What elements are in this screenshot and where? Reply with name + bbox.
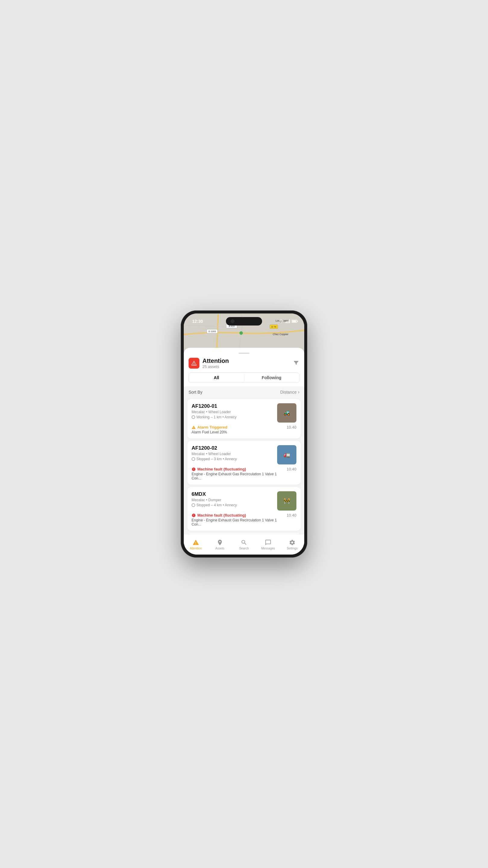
nav-attention[interactable]: Attention xyxy=(184,539,208,550)
sort-row[interactable]: Sort By Distance › xyxy=(184,386,304,398)
card-alert-row-3: Machine fault (fluctuating) Engine - Eng… xyxy=(192,513,296,527)
phone-frame: 12:30 xyxy=(181,310,307,558)
asset-count: 25 assets xyxy=(202,364,229,369)
asset-card-3[interactable]: 6MDX Mecalac • Dumper Stopped – 4 km • A… xyxy=(187,487,301,531)
nav-attention-label: Attention xyxy=(190,547,201,550)
svg-point-8 xyxy=(239,331,243,335)
card-alert-left-2: Machine fault (fluctuating) Engine - Eng… xyxy=(192,467,284,480)
assets-nav-icon xyxy=(217,539,223,546)
alert-time-3: 10.40 xyxy=(287,513,296,518)
status-time: 12:30 xyxy=(192,319,203,324)
card-brand-3: Mecalac • Dumper xyxy=(192,498,273,502)
card-info-1: AF1200-01 Mecalac • Wheel Loader Working… xyxy=(192,403,273,419)
svg-rect-2 xyxy=(288,320,289,323)
alert-time-2: 10.40 xyxy=(287,467,296,471)
nav-assets-label: Assets xyxy=(216,547,224,550)
card-thumb-3: 🚧 xyxy=(277,491,296,510)
svg-rect-5 xyxy=(297,321,298,322)
status-dot-3 xyxy=(192,503,195,507)
thumb-image-2: 🚛 xyxy=(281,449,293,461)
sheet-title-left: Attention 25 assets xyxy=(189,358,229,369)
card-thumb-2: 🚛 xyxy=(277,445,296,464)
phone-screen: 12:30 xyxy=(184,313,304,555)
card-info-3: 6MDX Mecalac • Dumper Stopped – 4 km • A… xyxy=(192,491,273,507)
battery-icon xyxy=(292,319,298,323)
alert-icon-box xyxy=(189,358,199,369)
thumb-image-3: 🚧 xyxy=(281,495,293,507)
svg-rect-1 xyxy=(287,321,288,323)
fault-icon-2 xyxy=(192,467,196,471)
cards-list: AF1200-01 Mecalac • Wheel Loader Working… xyxy=(184,398,304,534)
warning-icon-1 xyxy=(192,425,196,430)
sort-value-text: Distance xyxy=(280,390,296,395)
camera-lens xyxy=(231,319,234,323)
svg-text:Chez Coppier: Chez Coppier xyxy=(272,333,289,336)
card-top-2: AF1200-02 Mecalac • Wheel Loader Stopped… xyxy=(192,445,296,464)
svg-rect-6 xyxy=(292,321,296,322)
search-nav-icon xyxy=(241,539,247,546)
asset-card-2[interactable]: AF1200-02 Mecalac • Wheel Loader Stopped… xyxy=(187,441,301,485)
nav-search[interactable]: Search xyxy=(232,539,256,550)
nav-settings[interactable]: Settings xyxy=(280,539,304,550)
nav-search-label: Search xyxy=(239,547,249,550)
status-dot-2 xyxy=(192,457,195,461)
thumb-image-1: 🚜 xyxy=(281,407,293,419)
card-status-1: Working – 1 km • Annecy xyxy=(192,415,273,419)
content-sheet: Attention 25 assets All Following xyxy=(184,348,304,555)
card-top-1: AF1200-01 Mecalac • Wheel Loader Working… xyxy=(192,403,296,423)
tabs-row: All Following xyxy=(189,373,299,383)
attention-nav-icon xyxy=(193,539,199,546)
card-alert-row-2: Machine fault (fluctuating) Engine - Eng… xyxy=(192,467,296,480)
alert-desc-3: Engine - Engine Exhaust Gas Recirculatio… xyxy=(192,518,284,527)
card-name-2: AF1200-02 xyxy=(192,445,273,451)
settings-nav-icon xyxy=(289,539,295,546)
alert-warning-icon xyxy=(191,360,197,366)
sheet-drag-handle xyxy=(238,352,250,354)
card-thumb-1: 🚜 xyxy=(277,403,296,423)
svg-text:🚧: 🚧 xyxy=(284,498,290,504)
fault-icon-3 xyxy=(192,513,196,518)
svg-text:D 1203: D 1203 xyxy=(208,330,216,333)
alert-type-2: Machine fault (fluctuating) xyxy=(192,467,284,471)
svg-rect-0 xyxy=(286,322,287,323)
alert-desc-1: Alarm Fuel Level 20% xyxy=(192,430,284,434)
sheet-title-row: Attention 25 assets xyxy=(189,358,299,369)
asset-card-1[interactable]: AF1200-01 Mecalac • Wheel Loader Working… xyxy=(187,399,301,438)
filter-button[interactable] xyxy=(293,359,299,367)
tab-following[interactable]: Following xyxy=(244,373,299,382)
sort-label: Sort By xyxy=(189,390,202,395)
card-status-2: Stopped – 3 km • Annecy xyxy=(192,457,273,461)
nav-assets[interactable]: Assets xyxy=(208,539,232,550)
nav-settings-label: Settings xyxy=(287,547,298,550)
nav-messages-label: Messages xyxy=(261,547,275,550)
card-brand-2: Mecalac • Wheel Loader xyxy=(192,452,273,456)
svg-text:🚜: 🚜 xyxy=(284,410,290,416)
card-brand-1: Mecalac • Wheel Loader xyxy=(192,410,273,414)
status-dot-1 xyxy=(192,415,195,419)
status-icons xyxy=(279,319,298,323)
signal-icon xyxy=(285,319,290,323)
card-name-1: AF1200-01 xyxy=(192,403,273,409)
svg-text:🚛: 🚛 xyxy=(284,452,290,458)
card-alert-left-3: Machine fault (fluctuating) Engine - Eng… xyxy=(192,513,284,527)
camera-notch xyxy=(226,317,262,326)
sort-value: Distance › xyxy=(280,390,299,395)
card-alert-row-1: Alarm Triggered Alarm Fuel Level 20% 10.… xyxy=(192,425,296,434)
card-status-3: Stopped – 4 km • Annecy xyxy=(192,503,273,507)
card-top-3: 6MDX Mecalac • Dumper Stopped – 4 km • A… xyxy=(192,491,296,510)
nav-messages[interactable]: Messages xyxy=(256,539,280,550)
alert-type-3: Machine fault (fluctuating) xyxy=(192,513,284,518)
sheet-title-text: Attention 25 assets xyxy=(202,358,229,369)
alert-type-1: Alarm Triggered xyxy=(192,425,284,430)
sheet-header: Attention 25 assets All Following xyxy=(184,348,304,386)
bottom-nav: Attention Assets Search xyxy=(184,534,304,555)
alert-desc-2: Engine - Engine Exhaust Gas Recirculatio… xyxy=(192,472,284,480)
tab-all[interactable]: All xyxy=(189,373,244,382)
wifi-icon xyxy=(279,319,284,323)
alert-time-1: 10.40 xyxy=(287,425,296,430)
sort-chevron: › xyxy=(298,390,299,395)
page-title: Attention xyxy=(202,358,229,364)
card-name-3: 6MDX xyxy=(192,491,273,497)
filter-icon xyxy=(293,359,299,366)
svg-rect-3 xyxy=(289,319,290,323)
